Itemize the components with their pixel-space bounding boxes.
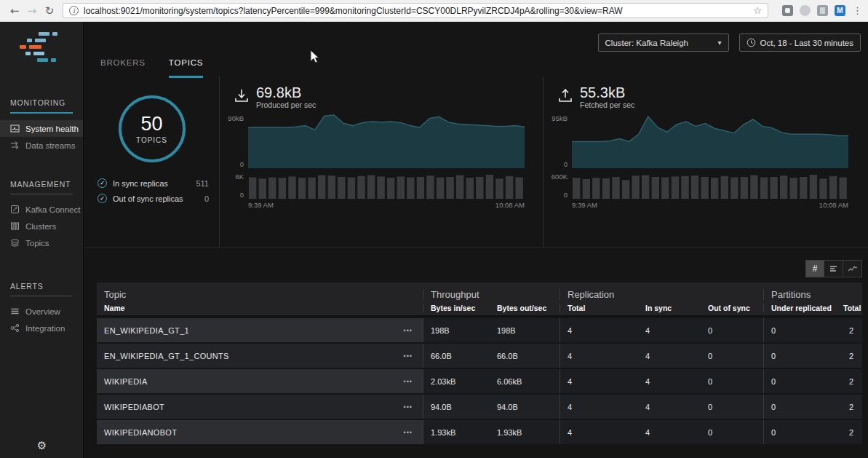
page-info-icon[interactable]: i (69, 6, 79, 15)
produced-chart: 69.8kB Produced per sec 90kB0 6K0 9:39 A… (219, 76, 543, 248)
fetched-bar-chart[interactable] (572, 173, 848, 199)
sidebar-item-topics[interactable]: Topics (0, 234, 83, 251)
cluster-selector[interactable]: Cluster: Kafka Raleigh ▾ (598, 33, 729, 52)
sidebar-item-label: Overview (25, 307, 60, 316)
sidebar-item-overview[interactable]: Overview (0, 303, 83, 320)
settings-gear-icon[interactable]: ⚙ (0, 439, 84, 452)
sidebar-item-label: Topics (25, 239, 49, 248)
fetched-area-chart[interactable] (572, 114, 848, 168)
back-icon[interactable]: ← (6, 4, 23, 17)
system-health-icon (10, 124, 20, 133)
produced-area-chart[interactable] (248, 114, 525, 168)
topics-count-ring: 50 TOPICS (119, 95, 186, 162)
col-bytes-out[interactable]: Bytes out/sec (490, 304, 560, 312)
table-row[interactable]: WIKIPEDIANOBOT•••1.93kB1.93kB44002 (97, 420, 862, 444)
check-label: In sync replicas (113, 179, 196, 188)
col-name[interactable]: Name (97, 304, 423, 312)
sidebar-item-system-health[interactable]: System health (0, 120, 83, 137)
app-window: MONITORING System health Data streams MA… (0, 22, 868, 458)
main-content: BROKERS TOPICS Cluster: Kafka Raleigh ▾ … (84, 22, 868, 458)
section-title-monitoring: MONITORING (10, 98, 83, 107)
topic-cell: WIKIPEDIA••• (97, 369, 423, 393)
sidebar-item-label: Integration (25, 324, 65, 333)
sidebar-item-label: Kafka Connect (25, 205, 80, 214)
extension-icon-1[interactable] (782, 5, 793, 16)
table-row[interactable]: EN_WIKIPEDIA_GT_1_COUNTS•••66.0B66.0B440… (97, 344, 862, 368)
bytes-in-cell: 94.0B (423, 395, 490, 419)
row-actions-button[interactable]: ••• (404, 327, 413, 334)
browser-menu-icon[interactable]: ⋮ (853, 5, 862, 16)
m-extension-icon[interactable]: M (835, 5, 845, 16)
topics-table: Topic Throughput Replication Partitions … (97, 283, 862, 444)
topic-cell: EN_WIKIPEDIA_GT_1••• (97, 318, 423, 342)
sidebar-item-label: Clusters (25, 222, 56, 231)
numeric-view-button[interactable]: # (805, 260, 824, 277)
topic-cell: EN_WIKIPEDIA_GT_1_COUNTS••• (97, 344, 423, 368)
bookmark-star-icon[interactable]: ☆ (753, 5, 762, 16)
cluster-selector-value: Cluster: Kafka Raleigh (605, 39, 688, 47)
check-value: 0 (204, 194, 209, 203)
under-replicated-cell: 0 (763, 318, 836, 342)
topic-cell: WIKIPEDIABOT••• (97, 395, 423, 419)
tab-topics[interactable]: TOPICS (169, 58, 203, 78)
produced-bar-chart[interactable] (248, 173, 525, 199)
sidebar-item-clusters[interactable]: Clusters (0, 218, 83, 234)
topic-name: EN_WIKIPEDIA_GT_1_COUNTS (104, 352, 229, 360)
in-sync-cell: 4 (638, 395, 701, 419)
row-actions-button[interactable]: ••• (404, 403, 413, 411)
in-sync-cell: 4 (638, 344, 701, 368)
extension-icon-2[interactable] (800, 5, 811, 16)
clusters-icon (10, 221, 20, 231)
bar-view-button[interactable] (824, 260, 843, 277)
address-bar[interactable]: i localhost:9021/monitoring/system/topic… (63, 3, 768, 18)
row-actions-button[interactable]: ••• (404, 429, 413, 436)
table-row[interactable]: WIKIPEDIA•••2.03kB6.06kB44002 (97, 369, 862, 393)
check-value: 511 (196, 179, 209, 188)
table-row[interactable]: WIKIPEDIABOT•••94.0B94.0B44002 (97, 395, 862, 419)
url-text[interactable]: localhost:9021/monitoring/system/topics?… (84, 6, 747, 16)
col-in-sync[interactable]: In sync (638, 304, 701, 312)
forward-icon[interactable]: → (23, 4, 41, 17)
row-actions-button[interactable]: ••• (404, 352, 413, 360)
col-part-total[interactable]: Total (836, 304, 868, 312)
col-out-of-sync[interactable]: Out of sync (701, 304, 763, 312)
partitions-total-cell: 2 (836, 344, 862, 368)
bytes-out-cell: 94.0B (490, 395, 560, 419)
bytes-in-cell: 2.03kB (423, 369, 490, 393)
check-icon[interactable]: ✓ (97, 178, 107, 188)
check-icon[interactable]: ✓ (97, 194, 107, 203)
row-actions-button[interactable]: ••• (404, 378, 413, 385)
section-title-alerts: ALERTS (10, 282, 83, 291)
replication-total-cell: 4 (560, 318, 638, 342)
reload-icon[interactable]: ↻ (41, 4, 58, 17)
sidebar: MONITORING System health Data streams MA… (0, 22, 84, 458)
bytes-in-cell: 1.93kB (423, 420, 490, 444)
group-topic: Topic (97, 289, 423, 300)
line-chart-icon (848, 264, 858, 273)
produced-label: Produced per sec (256, 100, 316, 109)
col-repl-total[interactable]: Total (560, 304, 638, 312)
under-replicated-cell: 0 (763, 369, 836, 393)
in-sync-cell: 4 (638, 369, 701, 393)
tab-bar: BROKERS TOPICS (100, 58, 203, 78)
group-partitions: Partitions (763, 289, 862, 300)
topic-name: WIKIPEDIANOBOT (104, 428, 177, 437)
topic-name: WIKIPEDIA (104, 377, 148, 386)
confluent-logo (20, 32, 63, 62)
out-of-sync-replicas-row: ✓ Out of sync replicas 0 (97, 191, 209, 206)
sidebar-item-data-streams[interactable]: Data streams (0, 137, 83, 154)
bytes-out-cell: 6.06kB (490, 369, 560, 393)
table-row[interactable]: EN_WIKIPEDIA_GT_1•••198B198B44002 (97, 318, 862, 342)
table-header: Topic Throughput Replication Partitions … (97, 283, 862, 317)
sidebar-item-integration[interactable]: Integration (0, 320, 83, 336)
time-range-selector[interactable]: Oct, 18 - Last 30 minutes (739, 33, 861, 52)
tab-brokers[interactable]: BROKERS (100, 58, 146, 78)
extension-icon-3[interactable] (817, 5, 828, 16)
mouse-cursor (310, 50, 320, 64)
sidebar-item-kafka-connect[interactable]: Kafka Connect (0, 201, 83, 218)
topics-summary: 50 TOPICS ✓ In sync replicas 511 ✓ Out o… (84, 76, 219, 248)
under-replicated-cell: 0 (763, 395, 836, 419)
line-view-button[interactable] (843, 260, 862, 277)
col-bytes-in[interactable]: Bytes in/sec (423, 304, 490, 312)
col-under-replicated[interactable]: Under replicated (763, 304, 836, 312)
